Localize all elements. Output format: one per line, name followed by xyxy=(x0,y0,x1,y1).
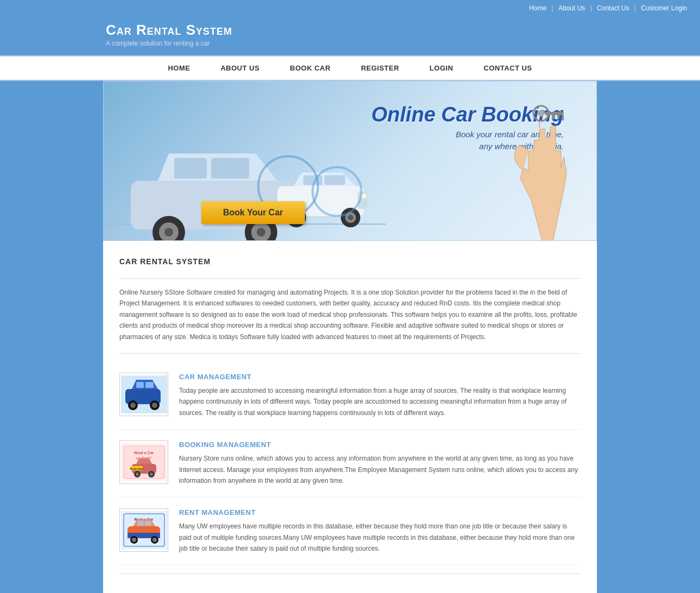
booking-management-image: Need a Car on Rent? Book Now xyxy=(119,441,168,484)
car-management-icon xyxy=(121,375,167,413)
svg-rect-3 xyxy=(211,158,249,178)
logo-title: Car Rental System xyxy=(106,22,689,39)
feature-booking-management: Need a Car on Rent? Book Now BOOKING MAN… xyxy=(119,430,581,498)
logo-area: Car Rental System A complete solution fo… xyxy=(0,16,700,55)
nav-about[interactable]: ABOUT US xyxy=(205,56,275,80)
svg-rect-35 xyxy=(136,382,144,388)
car-management-text: Today people are accustomed to accessing… xyxy=(179,385,581,418)
svg-rect-30 xyxy=(552,115,555,119)
feature-rent-management: Rent a Car RENT MANAGEMENT Many UW emplo xyxy=(119,498,581,565)
main-section-title: CAR RENTAL SYSTEM xyxy=(119,257,581,270)
svg-rect-31 xyxy=(557,115,559,118)
logo-subtitle: A complete solution for renting a car xyxy=(106,40,689,47)
book-button-container: Book Your Car xyxy=(201,201,305,224)
car-management-title: CAR MANAGEMENT xyxy=(179,373,581,381)
svg-rect-57 xyxy=(145,521,151,526)
svg-point-62 xyxy=(152,538,157,542)
top-link-login[interactable]: Customer Login xyxy=(641,4,687,12)
top-bar: Home | About Us | Contact Us | Customer … xyxy=(0,0,700,16)
hero-banner: Online Car Booking Book your rental car … xyxy=(103,81,597,241)
svg-rect-36 xyxy=(145,382,154,388)
content-box: CAR RENTAL SYSTEM Online Nursery SStore … xyxy=(103,241,597,593)
rent-management-title: RENT MANAGEMENT xyxy=(179,508,581,517)
nav-home[interactable]: HOME xyxy=(152,56,205,80)
svg-point-8 xyxy=(164,228,173,237)
title-divider xyxy=(119,278,581,279)
svg-point-11 xyxy=(257,228,265,237)
svg-text:Book Now: Book Now xyxy=(130,467,143,470)
top-link-contact[interactable]: Contact Us xyxy=(597,4,629,12)
car-management-content: CAR MANAGEMENT Today people are accustom… xyxy=(179,373,581,418)
booking-management-title: BOOKING MANAGEMENT xyxy=(179,441,581,449)
bottom-divider xyxy=(119,573,581,574)
feature-car-management: CAR MANAGEMENT Today people are accustom… xyxy=(119,362,581,430)
svg-rect-56 xyxy=(137,521,144,526)
top-link-home[interactable]: Home xyxy=(529,4,546,12)
svg-rect-29 xyxy=(545,112,564,115)
svg-point-47 xyxy=(136,473,139,476)
nav-book-car[interactable]: BOOK CAR xyxy=(275,56,346,80)
content-divider xyxy=(119,353,581,354)
main-wrapper: Online Car Booking Book your rental car … xyxy=(0,81,700,593)
rent-management-image: Rent a Car xyxy=(119,508,168,552)
booking-management-text: Nursery Store runs online, which allows … xyxy=(179,453,581,486)
top-link-about[interactable]: About Us xyxy=(558,4,585,12)
svg-point-60 xyxy=(132,538,136,542)
svg-rect-2 xyxy=(174,158,207,178)
main-navigation: HOME ABOUT US BOOK CAR REGISTER LOGIN CO… xyxy=(0,55,700,81)
main-description: Online Nursery SStore Software created f… xyxy=(119,287,581,342)
book-car-button[interactable]: Book Your Car xyxy=(201,201,305,224)
svg-point-28 xyxy=(538,110,544,117)
rent-management-content: RENT MANAGEMENT Many UW employees have m… xyxy=(179,508,581,554)
rent-management-text: Many UW employees have multiple records … xyxy=(179,521,581,554)
hand-key-svg xyxy=(493,81,591,241)
nav-contact[interactable]: CONTACT US xyxy=(468,56,547,80)
svg-point-23 xyxy=(348,215,353,220)
rent-management-icon: Rent a Car xyxy=(121,511,167,549)
car-management-image xyxy=(119,373,168,416)
svg-point-49 xyxy=(150,473,153,476)
hand-key-illustration xyxy=(488,81,596,240)
nav-login[interactable]: LOGIN xyxy=(415,56,469,80)
svg-point-38 xyxy=(130,403,136,408)
booking-management-content: BOOKING MANAGEMENT Nursery Store runs on… xyxy=(179,441,581,486)
svg-point-40 xyxy=(152,403,157,408)
svg-rect-32 xyxy=(562,115,564,120)
nav-register[interactable]: REGISTER xyxy=(346,56,414,80)
booking-management-icon: Need a Car on Rent? Book Now xyxy=(121,443,167,481)
svg-rect-15 xyxy=(324,175,345,185)
svg-text:Need a Car: Need a Car xyxy=(133,451,154,455)
